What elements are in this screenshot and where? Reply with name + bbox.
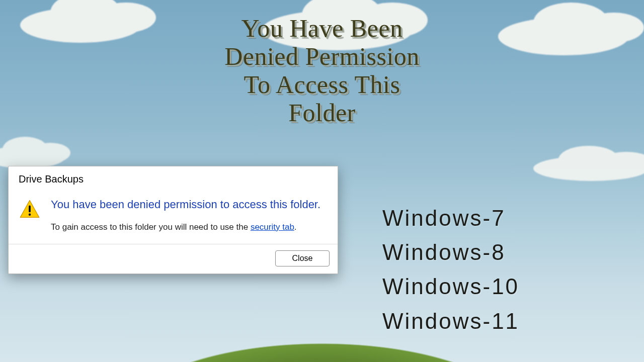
dialog-body: You have been denied permission to acces… (9, 188, 338, 244)
close-button[interactable]: Close (275, 250, 330, 266)
svg-point-2 (29, 213, 31, 216)
os-item: Windows-11 (382, 304, 519, 338)
dialog-sub-message: To gain access to this folder you will n… (51, 221, 326, 233)
headline-line: Denied Permission (224, 42, 420, 70)
cloud-decoration (0, 146, 65, 168)
dialog-main-message: You have been denied permission to acces… (51, 197, 326, 212)
dialog-title: Drive Backups (9, 166, 338, 188)
warning-icon (20, 197, 42, 240)
os-item: Windows-7 (382, 201, 519, 235)
cloud-decoration (498, 18, 629, 55)
dialog-footer: Close (9, 244, 338, 274)
cloud-decoration (533, 156, 644, 181)
headline-line: To Access This (244, 70, 400, 99)
os-version-list: Windows-7 Windows-8 Windows-10 Windows-1… (382, 201, 519, 338)
svg-rect-1 (29, 206, 31, 213)
permission-denied-dialog: Drive Backups You have been denied permi… (8, 166, 338, 274)
headline-line: You Have Been (242, 14, 403, 42)
security-tab-link[interactable]: security tab (251, 222, 294, 232)
os-item: Windows-10 (382, 269, 519, 304)
dialog-sub-suffix: . (294, 222, 297, 232)
page-title: You Have Been Denied Permission To Acces… (131, 14, 513, 127)
cloud-decoration (20, 8, 141, 43)
dialog-sub-prefix: To gain access to this folder you will n… (51, 222, 251, 232)
headline-line: Folder (288, 99, 356, 127)
dialog-text: You have been denied permission to acces… (51, 197, 326, 240)
os-item: Windows-8 (382, 235, 519, 269)
